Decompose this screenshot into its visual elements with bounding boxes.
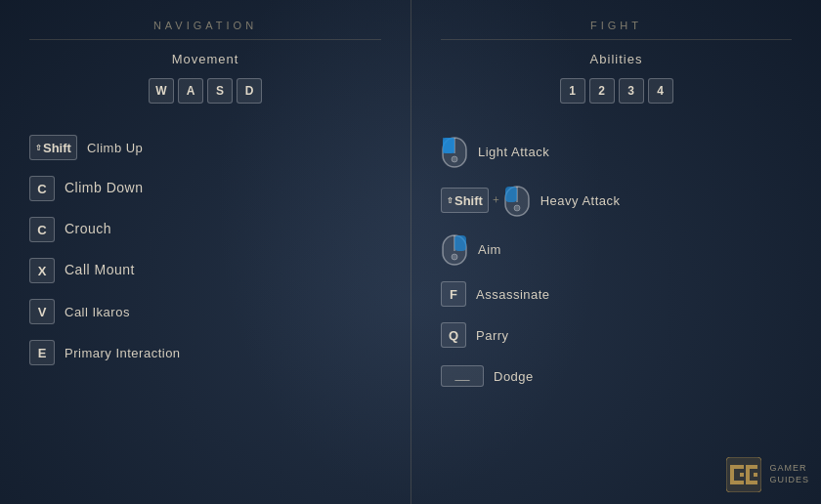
label-primary-interaction: Primary Interaction (65, 346, 181, 360)
svg-point-9 (514, 205, 520, 211)
action-assassinate: F Assassinate (441, 275, 792, 313)
key-d: D (237, 78, 262, 104)
svg-point-5 (452, 156, 457, 162)
svg-rect-12 (454, 235, 466, 251)
svg-rect-16 (734, 465, 744, 469)
action-parry: Q Parry (441, 316, 792, 354)
svg-rect-17 (734, 481, 744, 484)
nav-title: NAVIGATION (29, 20, 381, 40)
svg-rect-21 (750, 481, 757, 484)
key-3: 3 (619, 78, 644, 104)
action-aim: Aim (441, 227, 792, 272)
navigation-panel: NAVIGATION Movement W A S D ⇧Shift Climb… (0, 0, 410, 504)
nav-action-list: ⇧Shift Climb Up C Climb Down C Crouch X … (29, 129, 381, 371)
key-a: A (178, 78, 203, 104)
action-call-ikaros: V Call Ikaros (29, 293, 381, 330)
mouse-right-icon (441, 231, 468, 267)
shift-arrow-icon-2: ⇧ (447, 196, 454, 205)
gamer-guides-logo-icon (726, 457, 761, 492)
label-dodge: Dodge (494, 369, 534, 384)
label-call-mount: Call Mount (65, 261, 135, 280)
mouse-left-icon (441, 134, 468, 169)
label-assassinate: Assassinate (476, 287, 550, 302)
label-light-attack: Light Attack (478, 145, 549, 159)
svg-rect-19 (746, 465, 750, 484)
action-heavy-attack: ⇧Shift + Heavy Attack (441, 178, 792, 223)
key-q: Q (441, 322, 466, 348)
key-f: F (441, 281, 466, 307)
num-keys-row: 1 2 3 4 (441, 78, 792, 104)
key-1: 1 (560, 78, 585, 104)
key-v: V (29, 299, 55, 324)
main-layout: NAVIGATION Movement W A S D ⇧Shift Climb… (0, 0, 821, 504)
action-dodge: ___ Dodge (441, 357, 792, 395)
key-w: W (149, 78, 174, 104)
abilities-label: Abilities (441, 52, 792, 66)
action-climb-down: C Climb Down (29, 170, 381, 207)
wasd-keys-row: W A S D (29, 78, 381, 104)
label-heavy-attack: Heavy Attack (540, 193, 621, 208)
fight-title: FIGHT (441, 20, 792, 40)
movement-label: Movement (29, 52, 381, 66)
label-climb-down: Climb Down (65, 179, 143, 198)
logo-area: GAMERGUIDES (726, 457, 809, 492)
svg-rect-8 (505, 187, 517, 202)
action-primary-interaction: E Primary Interaction (29, 334, 381, 371)
plus-sign: + (493, 193, 499, 208)
label-climb-up: Climb Up (87, 141, 143, 155)
shift-arrow-icon: ⇧ (35, 144, 42, 152)
action-climb-up: ⇧Shift Climb Up (29, 129, 381, 166)
spacebar-icon: ___ (441, 365, 484, 387)
svg-rect-22 (754, 473, 757, 477)
fight-action-list: Light Attack ⇧Shift + Heavy Attack (441, 129, 792, 395)
key-x: X (29, 258, 55, 283)
svg-point-13 (452, 254, 457, 260)
mouse-left-heavy-icon (503, 183, 531, 218)
shift-mouse-combo: ⇧Shift + (441, 183, 531, 218)
svg-rect-20 (750, 465, 757, 469)
key-2: 2 (589, 78, 615, 104)
key-c-climb: C (29, 176, 55, 201)
label-crouch: Crouch (65, 220, 111, 239)
action-call-mount: X Call Mount (29, 252, 381, 289)
fight-panel: FIGHT Abilities 1 2 3 4 (410, 0, 821, 504)
key-shift: ⇧Shift (29, 135, 77, 160)
key-4: 4 (648, 78, 673, 104)
key-s: S (207, 78, 233, 104)
logo-text: GAMERGUIDES (769, 463, 809, 485)
label-call-ikaros: Call Ikaros (65, 305, 130, 319)
action-light-attack: Light Attack (441, 129, 792, 174)
label-parry: Parry (476, 328, 509, 343)
svg-rect-4 (443, 138, 454, 153)
svg-rect-15 (730, 465, 734, 484)
action-crouch: C Crouch (29, 211, 381, 248)
key-shift-heavy: ⇧Shift (441, 188, 489, 213)
key-e: E (29, 340, 55, 365)
svg-rect-18 (740, 473, 744, 477)
key-c-crouch: C (29, 217, 55, 242)
label-aim: Aim (478, 242, 501, 257)
